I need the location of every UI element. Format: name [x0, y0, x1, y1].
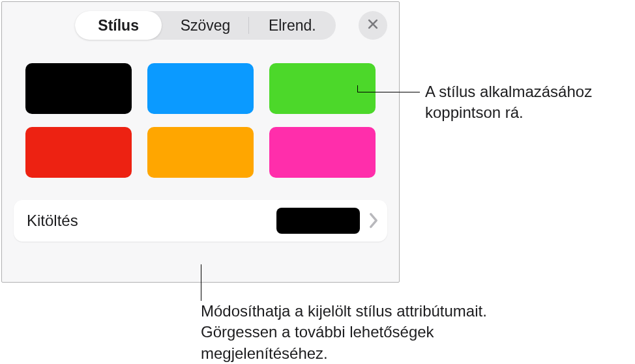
close-icon [366, 18, 379, 33]
close-button[interactable] [359, 11, 387, 40]
swatch-black[interactable] [25, 63, 132, 114]
swatch-magenta[interactable] [269, 127, 376, 178]
callout-line [201, 264, 201, 301]
tab-text-label: Szöveg [181, 17, 231, 35]
swatch-green[interactable] [269, 63, 376, 114]
style-swatch-grid [2, 40, 399, 191]
format-panel: Stílus Szöveg Elrend. Kit [1, 1, 400, 283]
tab-arrange-label: Elrend. [269, 17, 316, 35]
tab-style-label: Stílus [98, 17, 139, 35]
tab-text[interactable]: Szöveg [162, 11, 248, 40]
swatch-blue[interactable] [147, 63, 254, 114]
callout-fill: Módosíthatja a kijelölt stílus attribútu… [201, 301, 527, 364]
chevron-right-icon [369, 214, 378, 228]
swatch-orange[interactable] [147, 127, 254, 178]
fill-label: Kitöltés [27, 212, 276, 230]
tab-style[interactable]: Stílus [75, 11, 162, 40]
tab-arrange[interactable]: Elrend. [249, 11, 336, 40]
callout-line [357, 85, 358, 92]
callout-line [357, 92, 420, 92]
callout-swatch: A stílus alkalmazásához koppintson rá. [425, 81, 627, 124]
segmented-control: Stílus Szöveg Elrend. [75, 11, 336, 40]
fill-row[interactable]: Kitöltés [14, 200, 387, 242]
fill-color-preview [276, 208, 360, 234]
tab-bar: Stílus Szöveg Elrend. [2, 2, 399, 40]
swatch-red[interactable] [25, 127, 132, 178]
